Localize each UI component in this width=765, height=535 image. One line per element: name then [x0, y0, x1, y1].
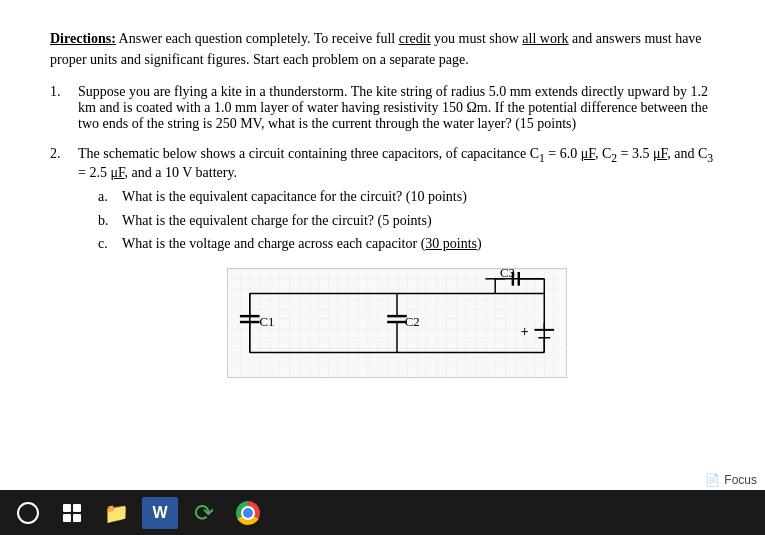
problem-1-body: Suppose you are flying a kite in a thund… — [78, 84, 715, 132]
circuit-svg: C1 C2 — [227, 268, 567, 378]
apps-grid-icon — [63, 504, 81, 522]
folder-icon: 📁 — [104, 501, 129, 525]
all-work-phrase: all work — [522, 31, 568, 46]
directions-text2: you must show — [431, 31, 523, 46]
c1-label: C1 — [259, 315, 274, 329]
c2-label: C2 — [404, 315, 419, 329]
sub-b-label: b. — [98, 209, 114, 233]
problem-2-intro: The schematic below shows a circuit cont… — [78, 146, 715, 181]
focus-label: Focus — [724, 473, 757, 487]
taskbar: 📁 W ⟳ — [0, 490, 765, 535]
problem-1-text: Suppose you are flying a kite in a thund… — [78, 84, 708, 131]
30-points-underline: 30 points — [425, 236, 477, 251]
sub-c-label: c. — [98, 232, 114, 256]
start-button[interactable] — [8, 494, 48, 532]
refresh-icon: ⟳ — [194, 499, 214, 527]
refresh-button[interactable]: ⟳ — [184, 494, 224, 532]
directions-text1: Answer each question completely. To rece… — [119, 31, 399, 46]
main-content: Directions: Answer each question complet… — [0, 0, 765, 490]
sub-a-label: a. — [98, 185, 114, 209]
problem-2-body: The schematic below shows a circuit cont… — [78, 146, 715, 378]
focus-indicator: 📄 Focus — [705, 473, 757, 487]
problem-2-sublist: a. What is the equivalent capacitance fo… — [78, 185, 715, 256]
file-explorer-button[interactable]: 📁 — [96, 494, 136, 532]
sub-question-b: b. What is the equivalent charge for the… — [98, 209, 715, 233]
problem-1: 1. Suppose you are flying a kite in a th… — [50, 84, 715, 132]
focus-icon: 📄 — [705, 473, 720, 487]
directions-paragraph: Directions: Answer each question complet… — [50, 28, 715, 70]
sub-b-text: What is the equivalent charge for the ci… — [122, 209, 432, 233]
circuit-diagram-container: C1 C2 — [78, 268, 715, 378]
sub-a-text: What is the equivalent capacitance for t… — [122, 185, 467, 209]
chrome-button[interactable] — [228, 494, 268, 532]
word-button[interactable]: W — [140, 494, 180, 532]
credit-word: credit — [399, 31, 431, 46]
chrome-icon — [236, 501, 260, 525]
problem-1-number: 1. — [50, 84, 70, 100]
svg-text:+: + — [520, 324, 528, 339]
problem-2: 2. The schematic below shows a circuit c… — [50, 146, 715, 378]
word-icon: W — [142, 497, 178, 529]
directions-label: Directions: — [50, 31, 116, 46]
sub-question-a: a. What is the equivalent capacitance fo… — [98, 185, 715, 209]
windows-circle-icon — [17, 502, 39, 524]
sub-c-text: What is the voltage and charge across ea… — [122, 232, 482, 256]
apps-grid-button[interactable] — [52, 494, 92, 532]
c3-label: C3 — [500, 268, 515, 280]
problem-2-number: 2. — [50, 146, 70, 162]
sub-question-c: c. What is the voltage and charge across… — [98, 232, 715, 256]
